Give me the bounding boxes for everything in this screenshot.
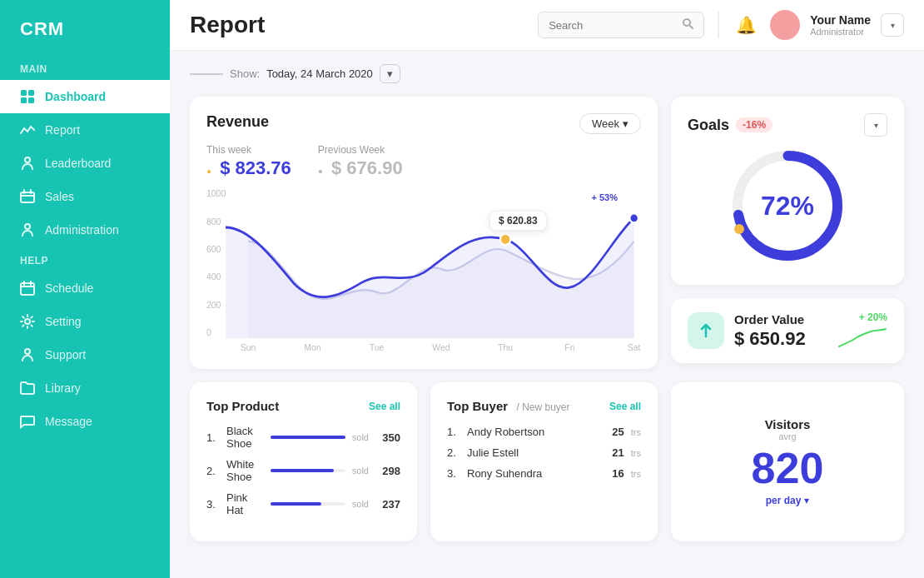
top-buyer-list: 1. Andy Robertson 25 trs 2. Julie Estell…	[447, 426, 641, 480]
chevron-down-icon: ▾	[874, 121, 878, 130]
list-item-rank: 3.	[206, 498, 220, 511]
list-item-rank: 1.	[447, 426, 460, 438]
sidebar-item-sales[interactable]: Sales	[0, 180, 170, 213]
revenue-card: Revenue Week ▾ This week ● $ 823.76	[190, 97, 658, 369]
sidebar-item-setting[interactable]: Setting	[0, 305, 170, 338]
order-info: Order Value $ 650.92	[734, 312, 827, 350]
chart-percent: + 53%	[592, 192, 618, 202]
goals-dropdown-button[interactable]: ▾	[864, 113, 887, 137]
support-icon	[20, 347, 35, 362]
svg-text:Wed: Wed	[432, 341, 450, 351]
goals-card: Goals -16% ▾	[671, 97, 904, 285]
sidebar-item-leaderboard[interactable]: Leaderboard	[0, 147, 170, 180]
sidebar-item-administration[interactable]: Administration	[0, 213, 170, 247]
sidebar-item-library[interactable]: Library	[0, 371, 170, 405]
list-item-bar	[271, 502, 345, 506]
visitors-card: Visitors avrg 820 per day ▾	[671, 382, 904, 541]
show-dropdown-button[interactable]: ▾	[380, 64, 400, 83]
list-item-name: Rony Suhendra	[467, 467, 594, 480]
sidebar: CRM Main Dashboard Report	[0, 0, 170, 578]
main-content: Report 🔔 Your Name Administrator ▾ Show:…	[170, 0, 924, 578]
sales-icon	[20, 189, 35, 204]
svg-point-8	[25, 319, 30, 324]
week-dropdown-button[interactable]: Week ▾	[579, 113, 641, 134]
list-item-value: 21	[601, 446, 624, 459]
activity-icon	[20, 122, 35, 137]
revenue-chart: $ 620.83 + 53% 1000 800 600 400 200 0	[206, 186, 641, 352]
search-box[interactable]	[538, 12, 704, 38]
list-item: 2. White Shoe sold 298	[206, 458, 400, 483]
trend-chart-icon	[837, 326, 887, 350]
list-item: 3. Rony Suhendra 16 trs	[447, 467, 641, 480]
chevron-down-icon: ▾	[623, 117, 628, 130]
list-item-sold-label: sold	[352, 432, 369, 442]
search-input[interactable]	[549, 19, 677, 32]
order-value-amount: $ 650.92	[734, 328, 827, 350]
content-area: Show: Today, 24 March 2020 ▾ Revenue Wee…	[170, 51, 924, 578]
user-name: Your Name	[810, 13, 871, 27]
sidebar-section-main: Main	[0, 55, 170, 80]
sidebar-item-schedule-label: Schedule	[45, 282, 93, 295]
header: Report 🔔 Your Name Administrator ▾	[170, 0, 924, 51]
list-item-name: White Shoe	[226, 458, 264, 483]
top-product-title: Top Product	[206, 399, 279, 413]
svg-point-25	[629, 213, 638, 222]
list-item: 2. Julie Estell 21 trs	[447, 446, 641, 459]
list-item-unit: trs	[631, 448, 641, 458]
sidebar-item-support[interactable]: Support	[0, 338, 170, 371]
folder-icon	[20, 381, 35, 396]
sidebar-item-report-label: Report	[45, 123, 80, 137]
message-icon	[20, 414, 35, 429]
this-week-label: This week	[206, 144, 291, 156]
top-buyer-title: Top Buyer	[447, 399, 508, 413]
show-label: Show:	[230, 67, 260, 80]
user-role: Administrator	[810, 27, 871, 37]
list-item: 1. Andy Robertson 25 trs	[447, 426, 641, 438]
visitors-sub: avrg	[778, 431, 796, 441]
list-item-rank: 2.	[447, 446, 460, 459]
top-buyer-see-all[interactable]: See all	[609, 401, 641, 412]
list-item-value: 298	[377, 465, 400, 477]
svg-text:Thu: Thu	[498, 341, 513, 351]
sidebar-item-administration-label: Administration	[45, 223, 119, 237]
revenue-header: Revenue Week ▾	[206, 113, 641, 134]
notification-button[interactable]: 🔔	[733, 12, 760, 38]
prev-week-value: ● $ 676.90	[318, 157, 403, 179]
svg-text:Sat: Sat	[628, 341, 641, 351]
visitors-footer: per day ▾	[766, 495, 810, 506]
sidebar-item-support-label: Support	[45, 348, 86, 361]
order-percent: + 20%	[859, 311, 887, 323]
goals-badge: -16%	[736, 117, 772, 132]
top-product-see-all[interactable]: See all	[369, 401, 400, 412]
show-bar-line	[190, 73, 223, 75]
leaderboard-icon	[20, 156, 35, 171]
svg-point-28	[734, 224, 744, 234]
list-item-sold-label: sold	[352, 466, 369, 476]
top-grid: Revenue Week ▾ This week ● $ 823.76	[190, 97, 904, 369]
user-dropdown-button[interactable]: ▾	[881, 13, 904, 37]
list-item-unit: trs	[631, 469, 641, 479]
sidebar-section-help: Help	[0, 247, 170, 272]
show-dropdown-chevron-icon: ▾	[387, 67, 393, 80]
sidebar-item-dashboard[interactable]: Dashboard	[0, 80, 170, 113]
visitors-value: 820	[752, 446, 824, 490]
svg-rect-2	[21, 97, 27, 103]
order-value-label: Order Value	[734, 312, 827, 326]
show-bar: Show: Today, 24 March 2020 ▾	[190, 64, 904, 83]
right-column: Goals -16% ▾	[671, 97, 904, 369]
list-item-rank: 2.	[206, 465, 220, 477]
revenue-title: Revenue	[206, 113, 269, 131]
sidebar-item-report[interactable]: Report	[0, 113, 170, 147]
svg-text:400: 400	[206, 272, 221, 282]
svg-point-24	[500, 234, 511, 245]
list-item-rank: 3.	[447, 467, 460, 480]
svg-text:600: 600	[206, 244, 221, 254]
svg-point-6	[25, 224, 30, 229]
sidebar-item-schedule[interactable]: Schedule	[0, 272, 170, 305]
bottom-grid: Top Product See all 1. Black Shoe sold 3…	[190, 382, 904, 541]
chevron-down-icon: ▾	[804, 495, 809, 506]
top-buyer-subtitle: / New buyer	[517, 401, 570, 413]
sidebar-item-message-label: Message	[45, 415, 92, 428]
list-item-name: Julie Estell	[467, 446, 594, 459]
sidebar-item-message[interactable]: Message	[0, 405, 170, 438]
